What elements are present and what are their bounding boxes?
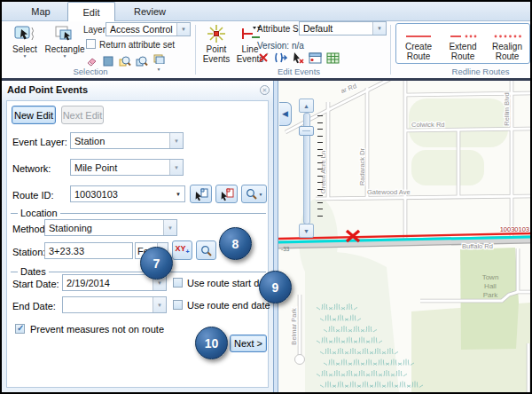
callout-8: 8: [219, 227, 252, 260]
event-table-icon[interactable]: [326, 52, 340, 64]
collapse-panel-arrow[interactable]: ◀: [279, 102, 292, 126]
attribute-set-arrow-icon: ▼: [372, 22, 386, 35]
xy-icon: XY+: [175, 245, 189, 256]
extend-route-icon: [448, 33, 478, 40]
realign-route-icon: [492, 33, 522, 40]
zoom-slider-tick: [317, 202, 323, 203]
redline-routes-gallery: Create Route Extend Route Realign Route: [395, 23, 530, 64]
tab-map[interactable]: Map: [16, 2, 66, 21]
zoom-slider-tick: [317, 209, 323, 209]
event-layer-select[interactable]: Station ▼: [70, 132, 184, 149]
use-route-start-date-checkbox[interactable]: [173, 278, 183, 288]
layer-select-arrow-icon: ▼: [176, 23, 190, 35]
select-tool-icon: [14, 24, 35, 43]
cul-de-sac: [295, 355, 305, 365]
extend-route-button[interactable]: Extend Route: [441, 24, 485, 63]
use-route-end-date-checkbox[interactable]: [173, 300, 183, 310]
station-label: Station:: [12, 247, 45, 257]
end-date-picker[interactable]: ▼: [62, 296, 167, 313]
selection-layers-icon: [153, 54, 165, 64]
zoom-slider-tick: [317, 176, 323, 177]
prevent-measures-label: Prevent measures not on route: [30, 324, 164, 335]
select-by-rectangle-icon[interactable]: [102, 55, 114, 67]
select-route-red-icon: [220, 187, 234, 201]
dates-legend: Dates: [18, 266, 49, 277]
version-label: Version: n/a: [257, 41, 304, 51]
route-id-combo[interactable]: 10030103 ▼: [70, 185, 185, 202]
zoom-slider-tick: [317, 155, 323, 156]
end-date-arrow-icon: ▼: [153, 297, 166, 312]
svg-text:Park: Park: [483, 291, 498, 299]
merge-events-icon[interactable]: [274, 51, 287, 64]
zoom-slider-tick: [317, 115, 323, 116]
next-button[interactable]: Next >: [230, 335, 267, 352]
select-event-remove-icon[interactable]: [292, 51, 304, 64]
method-label: Method:: [12, 224, 48, 234]
rectangle-tool-button[interactable]: Rectangle ▼: [44, 24, 85, 58]
zoom-slider-tick: [317, 129, 323, 130]
panel-title: Add Point Events: [7, 84, 88, 95]
method-select[interactable]: Stationing ▼: [44, 219, 177, 236]
route-zoom-menu-button[interactable]: ▼: [241, 185, 267, 203]
select-tool-button[interactable]: Select ▼: [7, 24, 43, 58]
event-window-icon[interactable]: [309, 52, 322, 64]
zoom-slider-tick: [317, 169, 323, 169]
zoom-to-selection-icon[interactable]: [119, 55, 131, 67]
new-edit-button[interactable]: New Edit: [12, 106, 56, 124]
station-zoom-button[interactable]: [196, 240, 216, 260]
ribbon-tabbar: Map Edit Review: [2, 2, 530, 21]
return-attribute-set-label: Return attribute set: [99, 40, 175, 50]
layer-select[interactable]: Access Control ▼: [106, 22, 191, 36]
select-route-blue-icon: [194, 187, 208, 201]
prevent-measures-checkbox[interactable]: [15, 324, 25, 334]
map-view[interactable]: ar Rd Green Acre Ln Radarack Dr Colwick …: [278, 81, 530, 392]
callout-9: 9: [259, 271, 292, 303]
street-label-rellim-blvd: Rellim Blvd: [503, 92, 511, 126]
zoom-slider-tick: [317, 142, 323, 143]
station-input[interactable]: [44, 242, 133, 259]
point-events-button[interactable]: Point Events: [200, 24, 232, 64]
tab-edit[interactable]: Edit: [67, 2, 115, 21]
network-select[interactable]: Mile Point ▼: [70, 159, 184, 176]
route-number-label: 10030103: [500, 225, 529, 233]
event-layer-arrow-icon: ▼: [169, 133, 183, 148]
layer-label: Layer:: [83, 25, 108, 35]
rectangle-tool-icon: [54, 24, 75, 43]
zoom-out-button[interactable]: ▼: [299, 224, 314, 238]
return-attribute-set-checkbox[interactable]: [86, 39, 96, 49]
rectangle-dropdown-caret[interactable]: ▼: [44, 54, 85, 58]
street-label-belmar-park: Belmar Park: [290, 308, 298, 345]
town-hall-park-label: Town Hall Park: [482, 273, 499, 299]
magnifier-icon: [246, 188, 257, 200]
select-route-on-map-button[interactable]: [190, 185, 212, 203]
clear-route-selection-button[interactable]: [215, 185, 238, 203]
map-canvas[interactable]: ar Rd Green Acre Ln Radarack Dr Colwick …: [278, 81, 530, 392]
selection-layers-button[interactable]: ▼: [153, 51, 165, 71]
event-layer-label: Event Layer:: [12, 137, 67, 147]
next-edit-button[interactable]: Next Edit: [61, 106, 104, 124]
street-label-buffalo-rd: Buffalo Rd: [462, 242, 493, 250]
tab-review[interactable]: Review: [124, 2, 176, 21]
start-date-label: Start Date:: [12, 279, 59, 289]
svg-text:Hall: Hall: [484, 282, 497, 290]
zoom-slider-tick: [317, 216, 323, 217]
clear-selection-eraser-icon[interactable]: [85, 55, 98, 67]
zoom-slider-tick: [317, 149, 323, 150]
attribute-set-select[interactable]: Default ▼: [299, 21, 387, 35]
xy-coordinates-button[interactable]: XY+: [172, 240, 192, 260]
delete-event-icon[interactable]: [257, 51, 270, 64]
zoom-in-button[interactable]: ▲: [299, 98, 314, 113]
zoom-slider-handle[interactable]: [299, 126, 314, 136]
route-measure-label: -33: [281, 246, 290, 252]
route-zoom-caret-icon: ▼: [259, 192, 263, 197]
panel-close-icon[interactable]: ✕: [260, 85, 270, 95]
street-label-ar-rd: ar Rd: [340, 82, 357, 95]
create-route-button[interactable]: Create Route: [396, 24, 441, 63]
redline-routes-group-label: Redline Routes: [427, 67, 532, 76]
svg-text:Town: Town: [482, 273, 499, 281]
edit-events-group-label: Edit Events: [246, 67, 352, 76]
pan-to-selection-icon[interactable]: [136, 55, 148, 67]
route-id-arrow-icon: ▼: [172, 192, 184, 197]
realign-route-button[interactable]: Realign Route: [485, 24, 529, 63]
select-dropdown-caret[interactable]: ▼: [7, 54, 43, 58]
